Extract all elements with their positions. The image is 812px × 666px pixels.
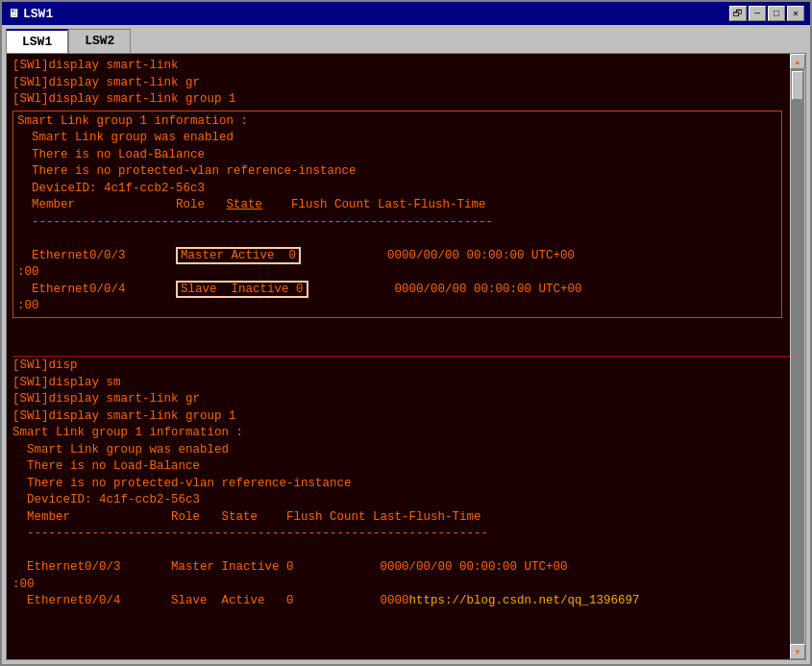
scroll-up-button[interactable]: ▲: [790, 54, 805, 69]
restore-button[interactable]: 🗗: [729, 6, 747, 21]
upper-terminal-section: [SWl]display smart-link [SWl]display sma…: [12, 58, 800, 356]
eth3-highlight-upper: Master Active 0: [176, 247, 301, 264]
line-14: Ethernet0/0/4 Slave Inactive 0 0000/00/0…: [17, 282, 777, 299]
lower-line-11: ----------------------------------------…: [12, 526, 782, 543]
scrollbar[interactable]: ▲ ▼: [790, 54, 805, 659]
tab-lsw1[interactable]: LSW1: [6, 29, 68, 53]
lower-line-13: Ethernet0/0/3 Master Inactive 0 0000/00/…: [12, 559, 782, 577]
lower-line-14: :00: [12, 577, 782, 594]
title-bar-left: 🖥 LSW1: [8, 7, 53, 21]
line-8: DeviceID: 4c1f-ccb2-56c3: [17, 181, 777, 198]
minimize-button[interactable]: ─: [749, 6, 766, 21]
line-5: Smart Link group was enabled: [17, 130, 777, 147]
line-2: [SWl]display smart-link gr: [12, 75, 782, 92]
lower-line-6: Smart Link group was enabled: [12, 442, 782, 459]
close-button[interactable]: ✕: [787, 6, 804, 21]
lower-line-9: DeviceID: 4c1f-ccb2-56c3: [12, 492, 782, 509]
window-icon: 🖥: [8, 7, 19, 21]
line-9: Member Role State Flush Count Last-Flush…: [17, 197, 777, 214]
line-15: :00: [17, 298, 777, 315]
terminal: [SWl]display smart-link [SWl]display sma…: [7, 54, 805, 659]
eth4-highlight-upper: Slave Inactive 0: [176, 281, 308, 298]
lower-line-12: [12, 543, 782, 560]
title-bar: 🖥 LSW1 🗗 ─ □ ✕: [2, 2, 810, 25]
line-12: Ethernet0/0/3 Master Active 0 0000/00/00…: [17, 248, 777, 265]
smart-link-info-upper: Smart Link group 1 information : Smart L…: [12, 111, 782, 318]
title-bar-controls: 🗗 ─ □ ✕: [729, 6, 804, 21]
line-4: Smart Link group 1 information :: [17, 113, 777, 131]
line-1: [SWl]display smart-link: [12, 58, 782, 75]
lower-line-3: [SWl]display smart-link gr: [12, 391, 782, 408]
line-7: There is no protected-vlan reference-ins…: [17, 163, 777, 181]
line-3: [SWl]display smart-link group 1: [12, 91, 782, 109]
line-13: :00: [17, 264, 777, 282]
lower-line-4: [SWl]display smart-link group 1: [12, 408, 782, 426]
maximize-button[interactable]: □: [768, 6, 785, 21]
tab-content: [SWl]display smart-link [SWl]display sma…: [6, 53, 806, 660]
line-6: There is no Load-Balance: [17, 147, 777, 164]
line-10: ----------------------------------------…: [17, 214, 777, 232]
lower-line-7: There is no Load-Balance: [12, 458, 782, 476]
tab-lsw2[interactable]: LSW2: [68, 29, 131, 53]
lower-line-10: Member Role State Flush Count Last-Flush…: [12, 509, 782, 527]
lower-line-8: There is no protected-vlan reference-ins…: [12, 476, 782, 493]
scrollbar-thumb[interactable]: [792, 71, 803, 100]
lower-line-2: [SWl]display sm: [12, 375, 782, 392]
line-11: [17, 231, 777, 248]
lower-terminal-section: [SWl]disp [SWl]display sm [SWl]display s…: [12, 356, 800, 655]
scrollbar-track[interactable]: [791, 69, 804, 644]
lower-line-5: Smart Link group 1 information :: [12, 425, 782, 442]
main-window: 🖥 LSW1 🗗 ─ □ ✕ LSW1 LSW2 [SWl]display sm…: [0, 0, 812, 666]
window-title: LSW1: [23, 7, 53, 21]
lower-line-15: Ethernet0/0/4 Slave Active 0 0000https:/…: [12, 593, 782, 610]
lower-line-1: [SWl]disp: [12, 358, 782, 375]
tab-bar: LSW1 LSW2: [2, 25, 810, 53]
scroll-down-button[interactable]: ▼: [790, 644, 805, 659]
